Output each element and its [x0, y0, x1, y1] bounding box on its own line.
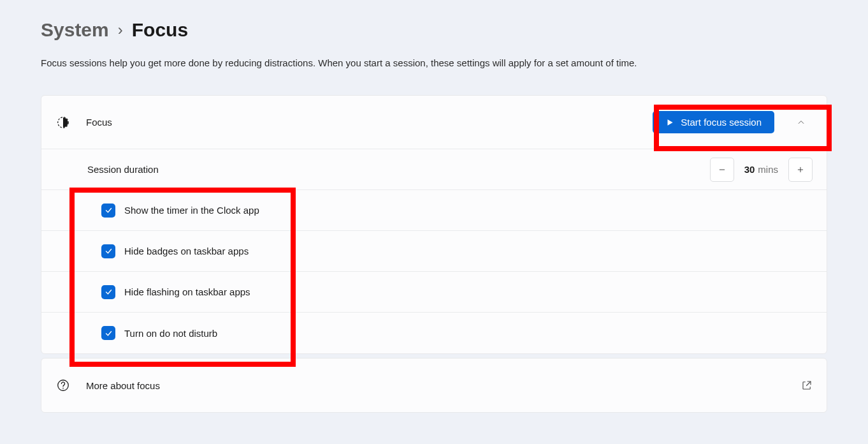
check-icon: [105, 206, 113, 214]
more-about-focus-card[interactable]: More about focus: [41, 358, 827, 413]
breadcrumb-parent[interactable]: System: [41, 19, 109, 41]
plus-icon: [796, 165, 805, 174]
focus-icon: [55, 115, 71, 130]
svg-point-4: [58, 380, 69, 391]
expand-collapse-button[interactable]: [790, 111, 813, 134]
chevron-up-icon: [797, 118, 806, 127]
checkbox-dnd[interactable]: [101, 326, 115, 340]
option-label-dnd: Turn on do not disturb: [124, 328, 217, 339]
option-label-hide-flashing: Hide flashing on taskbar apps: [124, 286, 250, 297]
duration-display: 30 mins: [742, 164, 781, 175]
session-duration-row: Session duration 30 mins: [41, 149, 827, 190]
duration-unit: mins: [758, 164, 778, 175]
option-label-hide-badges: Hide badges on taskbar apps: [124, 246, 249, 256]
check-icon: [105, 329, 113, 337]
minus-icon: [718, 165, 727, 174]
focus-label: Focus: [86, 117, 354, 128]
start-focus-session-button[interactable]: Start focus session: [653, 111, 774, 133]
more-about-focus-label: More about focus: [86, 380, 428, 391]
breadcrumb: System › Focus: [41, 19, 827, 41]
checkbox-hide-badges[interactable]: [101, 244, 115, 258]
duration-stepper: 30 mins: [710, 158, 813, 182]
option-row-dnd: Turn on do not disturb: [41, 313, 827, 353]
chevron-right-icon: ›: [118, 21, 123, 39]
page-title: Focus: [132, 19, 188, 41]
svg-point-5: [62, 388, 64, 389]
option-row-show-timer: Show the timer in the Clock app: [41, 190, 827, 231]
check-icon: [105, 288, 113, 296]
option-row-hide-badges: Hide badges on taskbar apps: [41, 231, 827, 272]
start-focus-session-label: Start focus session: [681, 117, 762, 128]
option-row-hide-flashing: Hide flashing on taskbar apps: [41, 272, 827, 313]
session-duration-label: Session duration: [87, 164, 695, 175]
focus-header-row: Focus Start focus session: [41, 96, 827, 149]
increase-duration-button[interactable]: [788, 158, 813, 182]
option-label-show-timer: Show the timer in the Clock app: [124, 205, 259, 216]
check-icon: [105, 247, 113, 255]
svg-line-6: [806, 381, 811, 386]
help-icon: [55, 378, 71, 392]
checkbox-show-timer[interactable]: [101, 204, 115, 218]
play-icon: [665, 118, 674, 127]
decrease-duration-button[interactable]: [710, 158, 734, 182]
duration-value: 30: [744, 164, 755, 175]
checkbox-hide-flashing[interactable]: [101, 285, 115, 299]
page-description: Focus sessions help you get more done by…: [41, 56, 827, 70]
focus-card: Focus Start focus session Session durati…: [41, 95, 827, 354]
external-link-icon: [801, 380, 813, 391]
